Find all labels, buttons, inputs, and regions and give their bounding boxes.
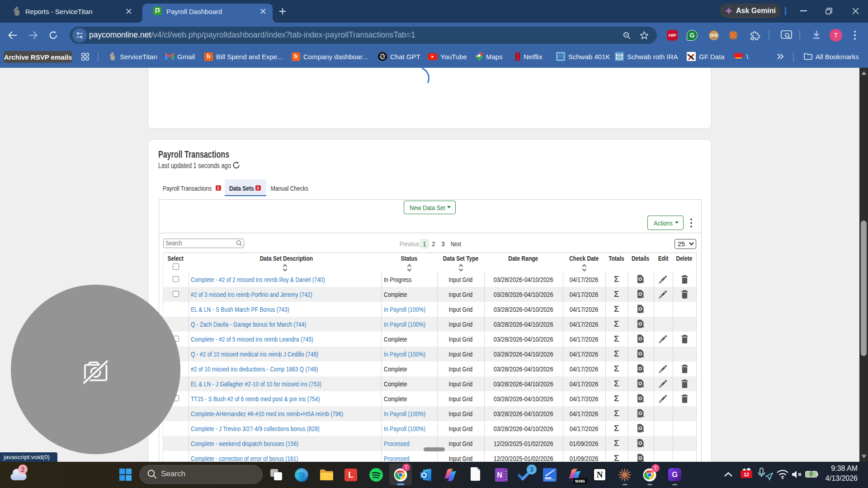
svg-text:WAB: WAB — [617, 57, 622, 59]
svg-text:SCH: SCH — [617, 54, 622, 56]
svg-text:N: N — [497, 471, 502, 479]
